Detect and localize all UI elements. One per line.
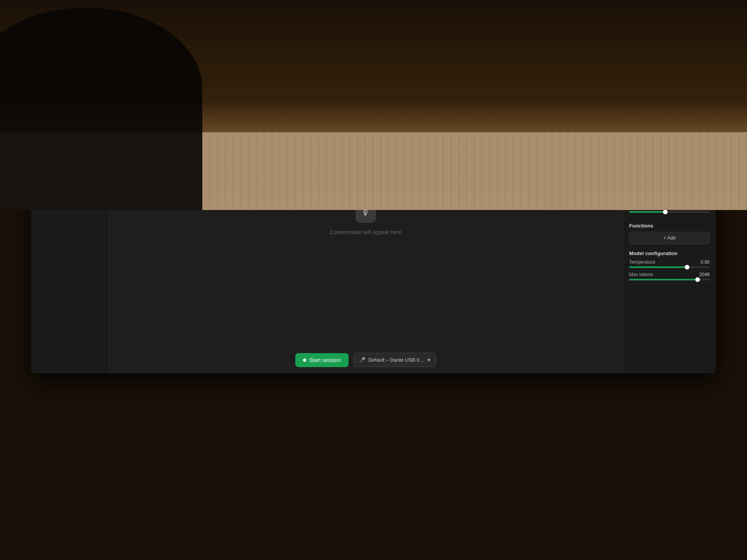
model-config-title: Model configuration — [629, 250, 677, 256]
max-tokens-slider-thumb[interactable] — [695, 277, 700, 282]
max-tokens-value: 2048 — [699, 272, 710, 277]
temperature-slider-fill — [629, 266, 687, 268]
mic-device-label: Default – Dante USB I/… — [368, 357, 425, 363]
max-tokens-slider-row: Max tokens 2048 — [629, 272, 710, 280]
start-session-label: Start session — [309, 357, 341, 363]
add-function-button[interactable]: + Add — [629, 232, 710, 244]
chevron-down-icon: ▾ — [428, 357, 430, 363]
silence-duration-slider-track — [629, 211, 710, 213]
mic-select-button[interactable]: 🎤 Default – Dante USB I/… ▾ — [353, 353, 437, 367]
temperature-slider-row: Temperature 0.80 — [629, 259, 710, 268]
start-session-dot — [303, 359, 306, 362]
temperature-slider-thumb[interactable] — [685, 265, 689, 270]
functions-title: Functions — [629, 223, 653, 229]
functions-header: Functions — [629, 223, 710, 229]
temperature-slider-track — [629, 266, 710, 268]
conversation-placeholder: Conversation will appear here — [330, 229, 402, 235]
silence-duration-slider-fill — [629, 211, 665, 213]
silence-duration-slider-thumb[interactable] — [663, 210, 668, 214]
max-tokens-slider-fill — [629, 279, 698, 280]
functions-section: Functions + Add — [629, 223, 710, 244]
ambient-background — [0, 0, 747, 210]
person-silhouette — [0, 8, 202, 210]
model-config-header: Model configuration — [629, 250, 710, 256]
session-bar: Start session 🎤 Default – Dante USB I/… … — [109, 346, 622, 373]
start-session-button[interactable]: Start session — [295, 353, 349, 367]
max-tokens-slider-track — [629, 279, 710, 280]
mic-select-icon: 🎤 — [359, 357, 365, 363]
max-tokens-label: Max tokens — [629, 272, 653, 277]
model-config-section: Model configuration Temperature 0.80 — [629, 250, 710, 284]
temperature-label: Temperature — [629, 259, 655, 265]
temperature-value: 0.80 — [701, 259, 710, 265]
